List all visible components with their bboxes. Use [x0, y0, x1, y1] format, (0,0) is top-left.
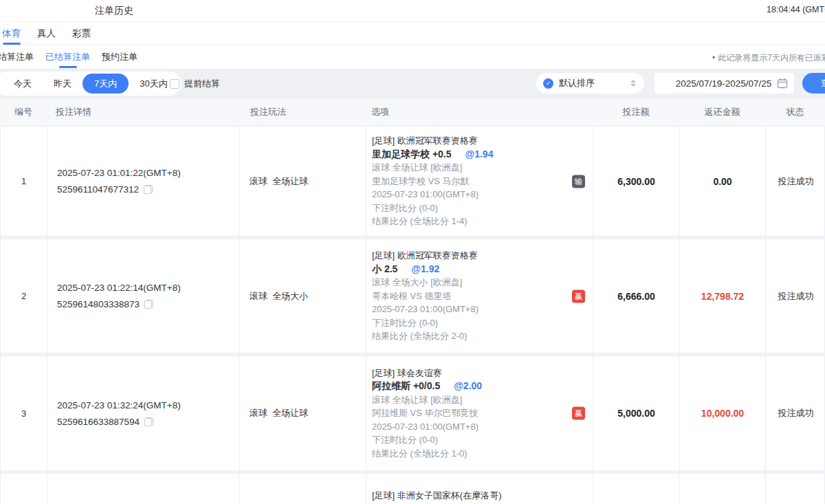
date-range-group: 今天 昨天 7天内 30天内 — [0, 72, 182, 96]
col-header-stake: 投注额 — [593, 106, 679, 118]
range-yesterday-button[interactable]: 昨天 — [43, 72, 82, 96]
market-type: 滚球 全场让球 [欧洲盘] — [372, 161, 593, 175]
match-teams: 阿拉维斯 VS 毕尔巴鄂竞技 — [372, 406, 593, 420]
selection-name: 小 2.5 — [372, 263, 397, 274]
table-row: 2 2025-07-23 01:22:14(GMT+8) 52596148033… — [0, 239, 825, 353]
league-name: [足球] 非洲女子国家杯(在摩洛哥) — [372, 489, 593, 503]
copy-icon[interactable] — [144, 417, 153, 426]
table-row: 3 2025-07-23 01:32:24(GMT+8) 52596166338… — [0, 355, 825, 471]
col-header-status: 状态 — [765, 106, 825, 118]
early-settle-checkbox[interactable] — [170, 79, 179, 89]
bet-id: 5259616633887594 — [57, 417, 140, 427]
calendar-icon — [777, 78, 788, 89]
return-amount: 0.00 — [680, 127, 766, 236]
odds-value: @1.92 — [411, 263, 439, 274]
match-time: 2025-07-23 01:00(GMT+8) — [372, 188, 593, 201]
stake-amount — [593, 474, 680, 504]
sub-tabs: 未结算注单 已结算注单 预约注单 •此记录将显示7天内所有已派彩的 — [0, 45, 825, 69]
stake-amount: 6,300.00 — [593, 127, 680, 236]
sort-select[interactable]: ✓ 默认排序 — [536, 73, 644, 94]
selection-name: 阿拉维斯 +0/0.5 — [372, 380, 440, 391]
early-settle-toggle[interactable]: 提前结算 — [170, 69, 220, 98]
sort-arrows-icon — [630, 80, 636, 87]
market-type: 滚球 全场让球 [欧洲盘] — [372, 393, 593, 407]
result-score: 结果比分 (全场比分 1-4) — [372, 215, 593, 228]
copy-icon[interactable] — [144, 300, 153, 309]
bet-status: 投注成功 — [766, 239, 825, 353]
result-score: 结果比分 (全场比分 2-0) — [372, 329, 593, 343]
match-teams: 里加足球学校 VS 马尔默 — [372, 175, 593, 188]
league-name: [足球] 欧洲冠军联赛资格赛 — [372, 134, 593, 148]
league-name: [足球] 欧洲冠军联赛资格赛 — [372, 249, 593, 263]
result-badge: 输 — [572, 175, 585, 188]
bet-id: 5259614803338873 — [57, 299, 140, 309]
record-notice: •此记录将显示7天内所有已派彩的 — [712, 52, 825, 64]
table-row: [足球] 非洲女子国家杯(在摩洛哥) — [0, 473, 825, 504]
bet-status: 投注成功 — [766, 127, 825, 236]
return-amount: 12,798.72 — [680, 239, 766, 353]
subtab-settled[interactable]: 已结算注单 — [45, 45, 90, 69]
bet-time: 2025-07-23 01:01:22(GMT+8) — [57, 168, 239, 178]
bet-status: 投注成功 — [766, 356, 825, 470]
row-number: 3 — [1, 356, 47, 470]
page-title: 注单历史 — [95, 5, 133, 17]
range-7days-button[interactable]: 7天内 — [82, 74, 129, 94]
return-amount: 10,000.00 — [680, 356, 766, 470]
bet-id: 5259611047677312 — [57, 184, 139, 195]
league-name: [足球] 球会友谊赛 — [372, 366, 593, 380]
match-time: 2025-07-23 01:00(GMT+8) — [372, 303, 593, 316]
col-header-detail: 投注详情 — [47, 106, 239, 118]
stake-amount: 5,000.00 — [593, 356, 680, 470]
odds-value: @2.00 — [454, 380, 482, 391]
match-teams: 哥本哈根 VS 德里塔 — [372, 289, 593, 303]
range-today-button[interactable]: 今天 — [3, 72, 43, 96]
tab-sports[interactable]: 体育 — [2, 22, 21, 45]
date-range-input[interactable]: 2025/07/19-2025/07/25 — [654, 73, 794, 94]
bet-status — [766, 474, 825, 504]
row-number: 2 — [1, 239, 47, 353]
bet-time: 2025-07-23 01:22:14(GMT+8) — [57, 283, 239, 293]
bullet-icon: • — [712, 53, 715, 63]
table-row: 1 2025-07-23 01:01:22(GMT+8) 52596110476… — [0, 126, 825, 237]
result-badge: 赢 — [572, 289, 585, 303]
bet-play: 滚球 全场让球 — [240, 127, 366, 236]
filter-bar: 今天 昨天 7天内 30天内 提前结算 ✓ 默认排序 2025/07/19-20… — [0, 69, 825, 98]
bet-play: 滚球 全场大小 — [240, 239, 366, 353]
bet-time: 2025-07-23 01:32:24(GMT+8) — [57, 400, 239, 410]
bet-play: 滚球 全场让球 — [240, 356, 366, 470]
market-type: 滚球 全场大小 [欧洲盘] — [372, 276, 593, 289]
result-score: 结果比分 (全场比分 1-0) — [372, 447, 593, 461]
table-body: 1 2025-07-23 01:01:22(GMT+8) 52596110476… — [0, 126, 825, 504]
tab-lottery[interactable]: 彩票 — [72, 22, 91, 45]
col-header-no: 编号 — [0, 106, 47, 118]
stake-amount: 6,666.00 — [593, 239, 680, 353]
row-number: 1 — [1, 127, 47, 236]
odds-value: @1.94 — [465, 149, 494, 160]
col-header-return: 返还金额 — [679, 106, 765, 118]
check-circle-icon: ✓ — [543, 78, 553, 89]
subtab-reserved[interactable]: 预约注单 — [102, 45, 138, 69]
subtab-unsettled[interactable]: 未结算注单 — [0, 45, 34, 69]
bet-score: 下注时比分 (0-0) — [372, 433, 593, 447]
tab-live[interactable]: 真人 — [37, 22, 56, 45]
row-number — [1, 474, 47, 504]
col-header-play: 投注玩法 — [239, 106, 366, 118]
selection-name: 里加足球学校 +0.5 — [372, 149, 452, 160]
bet-score: 下注时比分 (0-0) — [372, 316, 593, 330]
result-badge: 赢 — [572, 407, 585, 420]
table-header: 编号 投注详情 投注玩法 选项 投注额 返还金额 状态 — [0, 98, 825, 126]
main-tabs: 体育 真人 彩票 — [0, 22, 825, 45]
match-time: 2025-07-23 01:00(GMT+8) — [372, 420, 593, 434]
copy-icon[interactable] — [144, 185, 153, 194]
bet-history-page: 注单历史 18:04:44 (GMT+8) 体育 真人 彩票 未结算注单 已结算… — [0, 0, 825, 504]
search-button[interactable]: 查询 — [802, 73, 825, 94]
server-time: 18:04:44 (GMT+8) — [767, 5, 825, 14]
date-range-value: 2025/07/19-2025/07/25 — [676, 78, 772, 89]
sort-selected-value: 默认排序 — [559, 77, 595, 89]
col-header-option: 选项 — [366, 106, 593, 118]
early-settle-label: 提前结算 — [184, 78, 220, 90]
return-amount — [680, 474, 766, 504]
bet-score: 下注时比分 (0-0) — [372, 201, 593, 215]
top-bar: 注单历史 18:04:44 (GMT+8) — [0, 0, 825, 22]
bet-play — [240, 474, 366, 504]
